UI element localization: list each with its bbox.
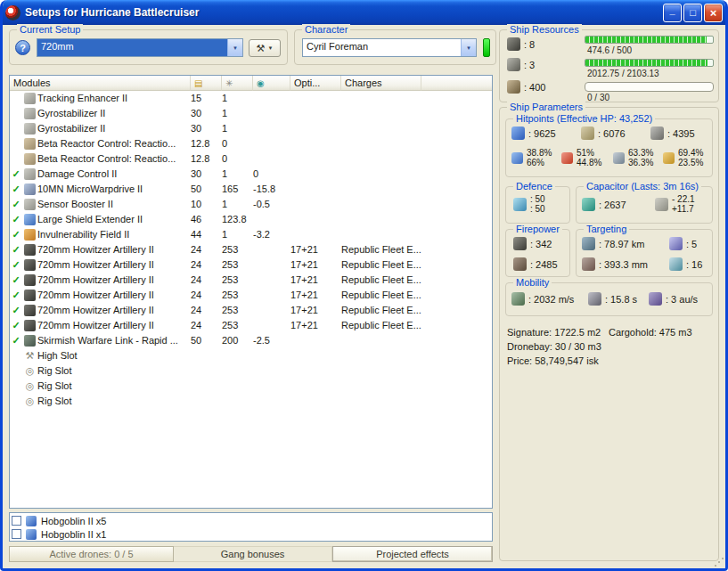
module-cpu-value: 15 [191,91,222,106]
module-row[interactable]: Gyrostabilizer II 30 1 [10,121,492,136]
module-row[interactable]: Rig Slot [10,363,492,379]
module-pg-value: 1 [222,106,253,121]
close-button[interactable]: × [704,4,723,22]
maximize-button[interactable]: □ [683,4,702,22]
module-row[interactable]: Rig Slot [10,379,492,394]
module-row[interactable]: 720mm Howitzer Artillery II 24 253 17+21… [10,288,492,303]
drone-active-checkbox[interactable] [12,516,21,526]
title-bar[interactable]: Setups for Hurricane Battlecruiser _ □ × [0,0,728,25]
module-row[interactable]: 720mm Howitzer Artillery II 24 253 17+21… [10,273,492,288]
setup-tools-button[interactable]: ⚒ ▼ [249,39,281,57]
module-row[interactable]: High Slot [10,348,492,363]
projected-effects-panel-header[interactable]: Projected effects [332,546,493,562]
armor-hp-icon [581,126,594,140]
max-velocity-icon [511,292,525,306]
module-active-check-icon [10,257,22,273]
module-row[interactable]: Large Shield Extender II 46 123.8 [10,212,492,227]
sensor-strength-icon [669,257,683,271]
turret-hardpoints-icon [507,37,520,51]
drone-row[interactable]: Hobgoblin II x1 [12,527,490,541]
module-row[interactable]: 720mm Howitzer Artillery II 24 253 17+21… [10,303,492,318]
module-row[interactable]: 720mm Howitzer Artillery II 24 253 17+21… [10,242,492,257]
setup-select[interactable]: 720mm ▼ [37,38,243,57]
calibration-value: : 400 [524,82,545,93]
app-icon [5,5,20,20]
module-active-check-icon [10,197,22,212]
em-resist-top: 38.8% [527,148,552,158]
active-drones-panel-header[interactable]: Active drones: 0 / 5 [9,546,174,562]
cpu-value: 474.6 / 500 [587,45,632,55]
character-select-value: Cyril Foreman [303,39,461,56]
gang-bonuses-panel-header[interactable]: Gang bonuses [174,546,332,562]
module-opti-value: 17+21 [290,257,341,273]
module-cap-value: -15.8 [253,182,290,197]
ship-resources-label: Ship Resources [507,24,582,35]
module-name: 720mm Howitzer Artillery II [37,303,191,318]
module-active-check-icon [10,318,22,333]
module-row[interactable]: Damage Control II 30 1 0 [10,167,492,182]
character-select[interactable]: Cyril Foreman ▼ [302,38,477,57]
character-select-arrow: ▼ [461,39,476,56]
ship-resources-group: Ship Resources : 8 : 3 : 400 474.6 / 500… [499,29,719,102]
kinetic-resist-top: 63.3% [628,148,653,158]
resize-gripper[interactable] [713,556,724,567]
capacitor-amount: : 2637 [599,200,626,210]
modules-column-header[interactable]: Modules [10,76,191,91]
module-row[interactable]: Gyrostabilizer II 30 1 [10,106,492,121]
current-setup-group: Current Setup ? 720mm ▼ ⚒ ▼ [9,29,288,65]
module-icon [24,138,36,150]
thermal-resist-bottom: 23.5% [678,158,703,167]
module-pg-value: 1 [222,227,253,242]
module-row[interactable]: 720mm Howitzer Artillery II 24 253 17+21… [10,318,492,333]
drone-active-checkbox[interactable] [12,529,21,539]
module-name: Rig Slot [37,363,191,379]
drone-icon [26,516,37,526]
client-area: Current Setup ? 720mm ▼ ⚒ ▼ Character Cy… [3,25,725,568]
capacitor-column-header[interactable] [253,76,290,91]
module-name: Invulnerability Field II [37,227,191,242]
thermal-resist-icon [663,152,675,164]
module-row[interactable]: Rig Slot [10,394,492,409]
module-row[interactable]: Skirmish Warfare Link - Rapid ... 50 200… [10,333,492,348]
module-row[interactable]: 720mm Howitzer Artillery II 24 253 17+21… [10,257,492,273]
powergrid-column-header[interactable] [222,76,253,91]
module-name: Beta Reactor Control: Reactio... [37,151,191,167]
module-icon [24,168,36,180]
module-pg-value: 253 [222,242,253,257]
module-icon [24,290,36,301]
shield-hp-icon [511,126,525,140]
drone-row[interactable]: Hobgoblin II x5 [12,514,490,527]
module-name: Beta Reactor Control: Reactio... [37,136,191,151]
module-row[interactable]: Sensor Booster II 10 1 -0.5 [10,197,492,212]
help-button[interactable]: ? [15,40,30,55]
module-cpu-value: 50 [191,182,222,197]
module-cpu-value: 30 [191,121,222,136]
module-active-check-icon [10,227,22,242]
optimal-column-header[interactable]: Opti... [290,76,341,91]
powergrid-bar [585,59,714,67]
tools-icon: ⚒ [257,43,266,54]
module-row[interactable]: Tracking Enhancer II 15 1 [10,91,492,106]
module-row[interactable]: Beta Reactor Control: Reactio... 12.8 0 [10,136,492,151]
minimize-button[interactable]: _ [663,4,682,22]
launcher-hardpoints-icon [507,58,520,71]
module-pg-value: 1 [222,91,253,106]
module-pg-value: 253 [222,288,253,303]
cpu-column-header[interactable] [191,76,222,91]
powergrid-column-icon [225,78,233,88]
module-row[interactable]: Invulnerability Field II 44 1 -3.2 [10,227,492,242]
module-row[interactable]: 10MN MicroWarpdrive II 50 165 -15.8 [10,182,492,197]
character-group: Character Cyril Foreman ▼ [294,29,496,65]
max-targets-icon [669,237,683,250]
ship-parameters-group: Ship Parameters Hitpoints (Effective HP:… [499,107,719,561]
capacitor-column-icon [257,78,265,88]
module-charge-value: Republic Fleet E... [341,318,475,333]
align-time-icon [588,292,601,306]
module-icon [24,350,36,362]
capacitor-delta-icon [655,198,668,211]
module-cpu-value: 24 [191,242,222,257]
modules-rows: Tracking Enhancer II 15 1 Gyrostabilizer… [10,91,492,409]
charges-column-header[interactable]: Charges [341,76,421,91]
module-row[interactable]: Beta Reactor Control: Reactio... 12.8 0 [10,151,492,167]
module-name: 720mm Howitzer Artillery II [37,318,191,333]
